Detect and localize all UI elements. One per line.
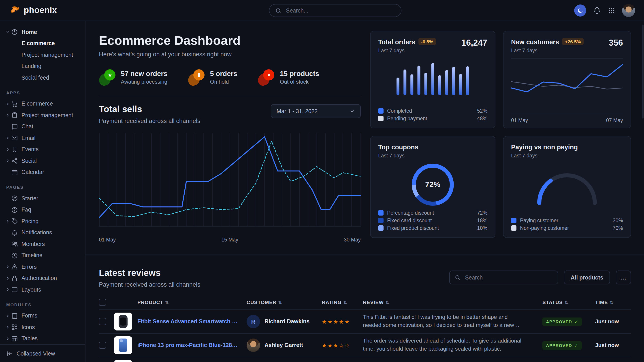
sort-icon: ⇅ (386, 300, 390, 305)
sidebar-item-starter[interactable]: Starter (0, 193, 85, 204)
date-range-value: Mar 1 - 31, 2022 (276, 108, 318, 114)
product-thumbnail-phone (114, 336, 132, 354)
brand[interactable]: phoenix (9, 4, 57, 17)
legend-value: 48% (477, 116, 487, 121)
sidebar-item-tables[interactable]: Tables (0, 333, 85, 344)
stat-caption: Out of stock (280, 79, 319, 85)
search-icon (275, 7, 282, 14)
caret-icon (6, 30, 11, 34)
legend-value: 30% (613, 218, 623, 223)
user-avatar[interactable] (622, 4, 635, 17)
check-icon: ✓ (574, 319, 578, 324)
table-icon (11, 335, 18, 342)
caret-icon (6, 276, 11, 280)
legend-label: Percentage discount (387, 210, 434, 215)
stat-out-of-stock: × 15 products Out of stock (258, 69, 319, 85)
navbar-search-input[interactable] (285, 7, 395, 14)
legend-swatch (511, 225, 516, 231)
reviews-search[interactable] (449, 271, 558, 284)
customer-cell: Ashley Garrett (246, 339, 322, 352)
sidebar-item-calendar[interactable]: Calendar (0, 167, 85, 178)
dashboard-left-column: Ecommerce Dashboard Here's what's going … (99, 31, 361, 242)
sidebar-item-faq[interactable]: Faq (0, 204, 85, 216)
apps-grid-button[interactable] (608, 6, 615, 14)
sidebar-subitem-project-management[interactable]: Project management (0, 49, 85, 61)
product-link[interactable]: iPhone 13 pro max-Pacific Blue-128GB sto… (138, 342, 246, 348)
column-header-customer[interactable]: CUSTOMER⇅ (246, 300, 322, 305)
sidebar-item-members[interactable]: Members (0, 238, 85, 250)
navbar-search[interactable] (269, 4, 402, 17)
card-title: Total orders (378, 38, 415, 46)
navbar: phoenix (0, 0, 644, 21)
sidebar-item-authentication[interactable]: Authentication (0, 273, 85, 284)
legend-swatch (378, 225, 384, 231)
sidebar-item-email[interactable]: Email (0, 132, 85, 144)
cart-icon (11, 101, 18, 107)
collapse-icon (6, 350, 12, 357)
sidebar-item-errors[interactable]: Errors (0, 261, 85, 273)
sidebar-item-social[interactable]: Social (0, 155, 85, 167)
new-customers-card: New customers+26.5% Last 7 days 356 01 M… (503, 31, 631, 128)
caret-icon (6, 288, 11, 292)
legend-label: Fixed card discount (387, 218, 432, 223)
status-badge: APPROVED ✓ (542, 341, 582, 350)
form-icon (11, 313, 18, 319)
sidebar-item-layouts[interactable]: Layouts (0, 284, 85, 295)
sidebar-subitem-social-feed[interactable]: Social feed (0, 72, 85, 83)
sidebar-item-chat[interactable]: Chat (0, 121, 85, 132)
row-checkbox[interactable] (99, 318, 106, 325)
sidebar-item-pricing[interactable]: Pricing (0, 216, 85, 227)
review-time: Just now (595, 318, 631, 325)
card-period: Last 7 days (511, 153, 578, 158)
question-icon (11, 207, 18, 213)
x-tick: 01 May (99, 237, 116, 242)
product-link[interactable]: Fitbit Sense Advanced Smartwatch with To… (138, 318, 246, 325)
sidebar-item-events[interactable]: Events (0, 144, 85, 155)
sidebar-section-modules: MODULES (0, 295, 85, 310)
legend-label: Fixed product discount (387, 225, 439, 231)
sidebar-subitem-landing[interactable]: Landing (0, 61, 85, 72)
paying-gauge-chart (534, 168, 600, 205)
select-all-checkbox[interactable] (99, 299, 106, 306)
sidebar-item-forms[interactable]: Forms (0, 310, 85, 322)
reviews-search-input[interactable] (464, 274, 553, 281)
collapsed-view-toggle[interactable]: Collapsed View (0, 344, 85, 362)
status-badge: APPROVED ✓ (542, 318, 582, 326)
table-body: Fitbit Sense Advanced Smartwatch with To… (99, 310, 631, 362)
sidebar-item-notifications[interactable]: Notifications (0, 227, 85, 238)
main-content: Ecommerce Dashboard Here's what's going … (86, 21, 644, 362)
sidebar-item-e-commerce[interactable]: E commerce (0, 98, 85, 110)
legend-swatch (378, 116, 384, 121)
column-header-review[interactable]: REVIEW⇅ (363, 300, 542, 305)
all-products-button[interactable]: All products (564, 271, 610, 284)
customer-name: Ashley Garrett (264, 342, 303, 348)
product-thumbnail-watch (114, 313, 132, 331)
stat-value: 57 new orders (121, 70, 168, 78)
sidebar-section-apps: APPS (0, 83, 85, 98)
sidebar-item-project-management[interactable]: Project management (0, 110, 85, 121)
theme-toggle[interactable] (574, 4, 586, 16)
search-icon (455, 275, 460, 280)
sidebar-item-icons[interactable]: Icons (0, 322, 85, 333)
sidebar-item-home[interactable]: Home (0, 26, 85, 38)
rating-stars: ★★★★★ (322, 318, 363, 325)
column-header-time[interactable]: TIME⇅ (595, 300, 631, 305)
table-row: Fitbit Sense Advanced Smartwatch with To… (99, 310, 631, 333)
scrollbar[interactable] (642, 24, 644, 118)
column-header-product[interactable]: PRODUCT⇅ (138, 300, 246, 305)
grid-icon (608, 6, 615, 14)
chat-icon (11, 123, 18, 130)
sidebar-nav: Home E commerceProject managementLanding… (0, 21, 85, 344)
sidebar-subitem-e-commerce[interactable]: E commerce (0, 38, 85, 49)
row-checkbox[interactable] (99, 342, 106, 349)
sidebar-item-timeline[interactable]: Timeline (0, 250, 85, 261)
review-time: Just now (595, 342, 631, 348)
date-range-select[interactable]: Mar 1 - 31, 2022 (271, 104, 361, 118)
column-header-status[interactable]: STATUS⇅ (542, 300, 595, 305)
notifications-button[interactable] (593, 6, 601, 14)
orders-legend: Completed 52% Pending payment 48% (378, 107, 487, 122)
column-header-rating[interactable]: RATING⇅ (322, 300, 363, 305)
sort-icon: ⇅ (165, 300, 169, 305)
clock-icon (11, 252, 18, 259)
more-options-button[interactable]: ... (616, 271, 631, 284)
